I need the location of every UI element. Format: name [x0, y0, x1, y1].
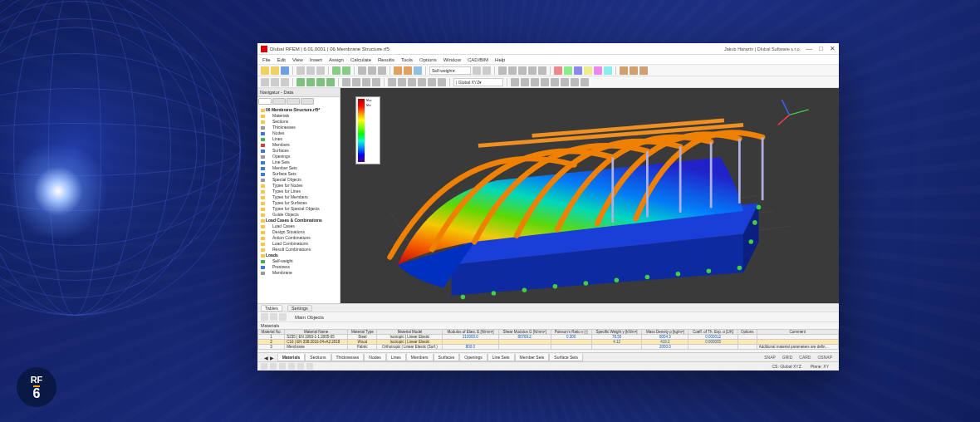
sb-icon-2[interactable] — [270, 363, 277, 370]
column-header[interactable]: Material Type — [348, 330, 377, 335]
bottom-tab[interactable]: Sections — [305, 354, 331, 361]
calculate-icon[interactable] — [332, 66, 341, 75]
t2-icon[interactable] — [508, 66, 517, 75]
tree-item[interactable]: Thicknesses — [261, 125, 338, 130]
menu-file[interactable]: File — [262, 57, 271, 62]
column-header[interactable]: Poisson's Ratio ν [-] — [551, 330, 591, 335]
column-header[interactable]: Specific Weight γ [kN/m³] — [591, 330, 642, 335]
h3-icon[interactable] — [408, 78, 416, 86]
3d-viewport[interactable]: MaxMin — [341, 88, 839, 303]
new-icon[interactable] — [261, 66, 269, 75]
next-icon[interactable] — [483, 66, 491, 75]
t4-icon[interactable] — [528, 66, 537, 75]
tree-item[interactable]: Nodes — [261, 130, 338, 136]
tree-item[interactable]: Guide Objects — [261, 212, 338, 218]
bottom-tab[interactable]: Surface Sets — [549, 354, 583, 361]
tree-item[interactable]: Surface Sets — [261, 171, 338, 177]
bottom-tab[interactable]: Thicknesses — [331, 354, 365, 361]
menu-insert[interactable]: Insert — [310, 57, 322, 62]
view-icon[interactable] — [358, 66, 366, 75]
tree-item[interactable]: Sections — [261, 119, 338, 125]
materials-table[interactable]: Material No.Material NameMaterial TypeMa… — [257, 329, 839, 352]
menu-calculate[interactable]: Calculate — [350, 57, 371, 62]
tree-item[interactable]: Special Objects — [261, 177, 338, 183]
menubar[interactable]: File Edit View Insert Assign Calculate R… — [257, 55, 839, 65]
s2-icon[interactable] — [630, 66, 638, 75]
nav-tab-results[interactable] — [301, 98, 314, 105]
tree-item[interactable]: Materials — [261, 113, 338, 119]
model3-icon[interactable] — [414, 66, 422, 75]
j1-icon[interactable] — [511, 78, 519, 86]
j8-icon[interactable] — [581, 78, 589, 86]
surface-icon[interactable] — [326, 78, 335, 86]
panel-tab-tables[interactable]: Tables — [261, 305, 282, 312]
j2-icon[interactable] — [521, 78, 529, 86]
line-icon[interactable] — [306, 78, 315, 86]
g4-icon[interactable] — [372, 78, 380, 86]
tree-item[interactable]: Member Sets — [261, 165, 338, 171]
r5-icon[interactable] — [594, 66, 602, 75]
member-icon[interactable] — [316, 78, 325, 86]
view3-icon[interactable] — [378, 66, 386, 75]
redo-icon[interactable] — [316, 66, 325, 75]
tree-item[interactable]: Load Cases & Combinations — [261, 218, 338, 223]
sb-icon-1[interactable] — [261, 363, 267, 370]
bottom-tab[interactable]: Materials — [277, 354, 306, 361]
prev-icon[interactable] — [473, 66, 481, 75]
coordsys-dropdown[interactable]: | Global XYZ ▾ — [453, 78, 503, 86]
j7-icon[interactable] — [571, 78, 579, 86]
tree-item[interactable]: Lines — [261, 136, 338, 142]
snap-toggle[interactable]: SNAP — [761, 355, 779, 360]
t3-icon[interactable] — [518, 66, 527, 75]
g3-icon[interactable] — [362, 78, 370, 86]
tree-item[interactable]: Load Combinations — [261, 241, 338, 247]
j6-icon[interactable] — [561, 78, 569, 86]
tree-item[interactable]: Types for Surfaces — [261, 200, 338, 206]
card-toggle[interactable]: CARD — [796, 355, 814, 360]
menu-options[interactable]: Options — [419, 57, 437, 62]
g2-icon[interactable] — [352, 78, 360, 86]
navigator-tree[interactable]: 06 Membrane Structure.rf5* MaterialsSect… — [257, 106, 340, 303]
tree-item[interactable]: Line Sets — [261, 159, 338, 165]
move-icon[interactable] — [271, 78, 279, 86]
model2-icon[interactable] — [404, 66, 412, 75]
table-tool-3[interactable] — [279, 313, 287, 321]
bottom-tab[interactable]: Openings — [459, 354, 487, 361]
tree-item[interactable]: Self-weight — [261, 258, 338, 264]
print-icon[interactable] — [296, 66, 305, 75]
column-header[interactable]: Coeff. of Th. Exp. α [1/K] — [688, 330, 738, 335]
view2-icon[interactable] — [368, 66, 376, 75]
bottom-tab[interactable]: Lines — [386, 354, 406, 361]
h2-icon[interactable] — [398, 78, 406, 86]
maximize-button[interactable]: □ — [819, 45, 823, 52]
menu-assign[interactable]: Assign — [329, 57, 344, 62]
column-header[interactable]: Options — [738, 330, 757, 335]
tree-item[interactable]: Prestress — [261, 264, 338, 270]
t5-icon[interactable] — [538, 66, 546, 75]
tree-item[interactable]: Members — [261, 142, 338, 148]
menu-edit[interactable]: Edit — [277, 57, 286, 62]
close-button[interactable]: ✕ — [830, 45, 835, 52]
grid-toggle[interactable]: GRID — [779, 355, 796, 360]
menu-results[interactable]: Results — [378, 57, 394, 62]
column-header[interactable]: Mass Density ρ [kg/m³] — [642, 330, 688, 335]
tree-item[interactable]: Openings — [261, 154, 338, 159]
tree-item[interactable]: Design Situations — [261, 229, 338, 235]
h6-icon[interactable] — [438, 78, 446, 86]
menu-view[interactable]: View — [292, 57, 303, 62]
tree-item[interactable]: Loads — [261, 253, 338, 258]
tree-item[interactable]: Action Combinations — [261, 235, 338, 241]
save-icon[interactable] — [281, 66, 289, 75]
check-icon[interactable] — [342, 66, 350, 75]
node-icon[interactable] — [296, 78, 305, 86]
g1-icon[interactable] — [342, 78, 350, 86]
s1-icon[interactable] — [620, 66, 628, 75]
model-icon[interactable] — [394, 66, 402, 75]
table-row[interactable]: 3MembraneFabricOrthotropic | Linear Elas… — [258, 345, 839, 350]
tree-item[interactable]: Result Combinations — [261, 247, 338, 253]
bottom-tab[interactable]: Member Sets — [515, 354, 550, 361]
tree-item[interactable]: Surfaces — [261, 148, 338, 154]
column-header[interactable]: Shear Modulus G [N/mm²] — [498, 330, 551, 335]
select-icon[interactable] — [261, 78, 269, 86]
sb-icon-4[interactable] — [288, 363, 295, 370]
